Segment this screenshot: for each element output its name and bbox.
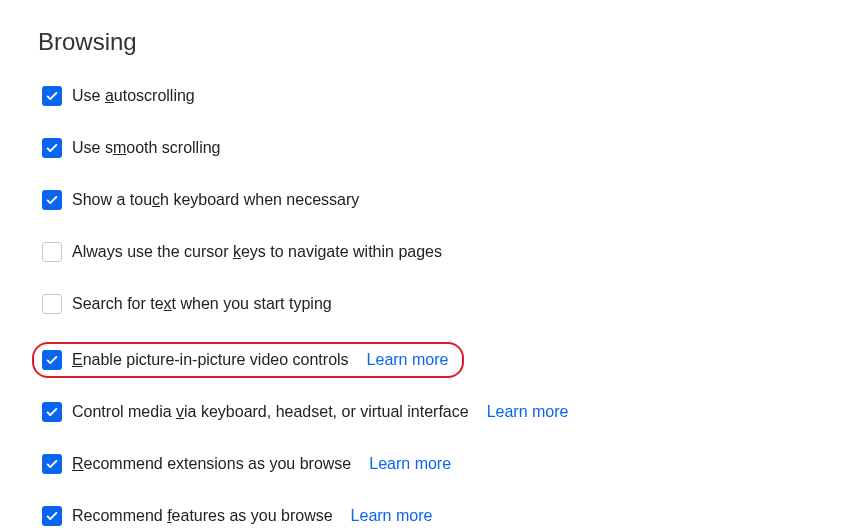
- check-icon: [45, 193, 59, 207]
- option-label-search-text[interactable]: Search for text when you start typing: [72, 295, 332, 313]
- learn-more-link-extensions[interactable]: Learn more: [369, 455, 451, 473]
- checkbox-media-control[interactable]: [42, 402, 62, 422]
- option-label-touch-keyboard[interactable]: Show a touch keyboard when necessary: [72, 191, 359, 209]
- option-recommend-extensions: Recommend extensions as you browse Learn…: [38, 450, 822, 478]
- checkbox-search-text[interactable]: [42, 294, 62, 314]
- option-label-media-control[interactable]: Control media via keyboard, headset, or …: [72, 403, 469, 421]
- option-smooth-scrolling: Use smooth scrolling: [38, 134, 822, 162]
- check-icon: [45, 353, 59, 367]
- check-icon: [45, 509, 59, 523]
- checkbox-smooth-scrolling[interactable]: [42, 138, 62, 158]
- option-pip-highlighted: Enable picture-in-picture video controls…: [32, 342, 464, 378]
- option-label-recommend-features[interactable]: Recommend features as you browse: [72, 507, 333, 525]
- checkbox-pip[interactable]: [42, 350, 62, 370]
- option-search-text: Search for text when you start typing: [38, 290, 822, 318]
- check-icon: [45, 405, 59, 419]
- option-label-recommend-extensions[interactable]: Recommend extensions as you browse: [72, 455, 351, 473]
- learn-more-link-features[interactable]: Learn more: [351, 507, 433, 525]
- checkbox-touch-keyboard[interactable]: [42, 190, 62, 210]
- option-label-cursor-keys[interactable]: Always use the cursor keys to navigate w…: [72, 243, 442, 261]
- learn-more-link-media[interactable]: Learn more: [487, 403, 569, 421]
- option-label-smooth-scrolling[interactable]: Use smooth scrolling: [72, 139, 221, 157]
- check-icon: [45, 457, 59, 471]
- option-touch-keyboard: Show a touch keyboard when necessary: [38, 186, 822, 214]
- browsing-section: Browsing Use autoscrolling Use smooth sc…: [0, 0, 860, 530]
- option-autoscroll: Use autoscrolling: [38, 82, 822, 110]
- option-recommend-features: Recommend features as you browse Learn m…: [38, 502, 822, 530]
- option-label-autoscroll[interactable]: Use autoscrolling: [72, 87, 195, 105]
- learn-more-link-pip[interactable]: Learn more: [367, 351, 449, 369]
- option-label-pip[interactable]: Enable picture-in-picture video controls: [72, 351, 349, 369]
- check-icon: [45, 141, 59, 155]
- option-cursor-keys: Always use the cursor keys to navigate w…: [38, 238, 822, 266]
- checkbox-recommend-features[interactable]: [42, 506, 62, 526]
- check-icon: [45, 89, 59, 103]
- section-title: Browsing: [38, 28, 822, 56]
- checkbox-recommend-extensions[interactable]: [42, 454, 62, 474]
- checkbox-autoscroll[interactable]: [42, 86, 62, 106]
- checkbox-cursor-keys[interactable]: [42, 242, 62, 262]
- option-media-control: Control media via keyboard, headset, or …: [38, 398, 822, 426]
